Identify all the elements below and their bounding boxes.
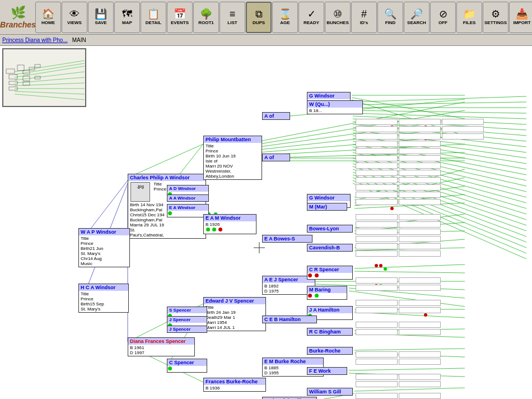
ancestor-row-22[interactable] [356,307,441,313]
off-button[interactable]: ⊘ OFF [430,2,456,33]
filename-link[interactable]: Princess Diana with Pho... [2,37,68,43]
burke-roche-card[interactable]: Burke-Roche [307,347,353,355]
hca-windsor-card[interactable]: H C A Windsor Title Prince Birth15 Sep S… [78,284,129,313]
ancestor-row-17[interactable] [356,243,441,249]
svg-line-40 [349,368,465,370]
ea-windsor-card[interactable]: E A Windsor [167,204,209,217]
ancestor-box [399,141,441,147]
aa-windsor-card[interactable]: A A Windsor [167,194,209,202]
ancestor-row-8[interactable] [356,170,441,176]
map-button[interactable]: 🗺 MAP [114,2,140,33]
ids-button[interactable]: # ID's [351,2,377,33]
philip-card[interactable]: Philip Mountbatten Title Prince Birth 10… [203,136,262,180]
j-spencer2-card[interactable]: J Spencer [167,326,207,333]
ancestor-row-6[interactable] [356,155,441,161]
find-button[interactable]: 🔍 FIND [377,2,403,33]
ancestor-row-15[interactable] [356,229,441,235]
list-icon: ≡ [230,9,236,19]
age-icon: ⌛ [279,9,291,19]
events-button[interactable]: 📅 EVENTS [167,2,193,33]
bowes-lyon-card[interactable]: Bowes-Lyon [307,225,353,233]
cr-spencer-card[interactable]: C R Spencer [307,266,353,280]
ancestor-row-3[interactable] [356,133,484,140]
ancestor-box [399,300,441,306]
ancestor-box [356,285,398,291]
ancestor-box [399,148,441,154]
svg-line-104 [15,77,85,83]
ready-button[interactable]: ✓ READY [298,2,324,33]
ancestor-box [356,214,398,220]
bunches-button[interactable]: ⑩ BUNCHES [325,2,351,33]
root1-icon: 🌳 [200,9,212,19]
age-button[interactable]: ⌛ AGE [272,2,298,33]
ancestor-row-2[interactable] [356,126,484,132]
import-button[interactable]: 📥 IMPORT [509,2,532,33]
ancestor-row-27[interactable] [356,374,441,380]
home-button[interactable]: 🏠 HOME [35,2,61,33]
minimap[interactable] [2,48,86,107]
edward-spencer-card[interactable]: Edward J V Spencer Title Birth 24 Jan 19… [203,297,266,331]
root1-button[interactable]: 🌳 ROOT1 [193,2,219,33]
ancestor-row-20[interactable] [356,285,441,291]
ancestor-row-23[interactable] [356,322,441,328]
rc-bingham-card[interactable]: R C Bingham [307,328,353,336]
eam-windsor-card[interactable]: E A M Windsor B 1926 [203,214,256,234]
ancestor-row-21[interactable] [356,300,441,306]
cavendish-card[interactable]: Cavendish-B [307,244,353,252]
ancestor-box [356,192,398,198]
ancestor-row-16[interactable] [356,236,441,242]
ancestor-box [356,199,398,205]
m-mar-card[interactable]: M (Mar) [307,203,347,211]
ea-bowes-card[interactable]: E A Bowes-S [262,235,312,243]
m-baring-card[interactable]: M Baring [307,286,347,300]
a-of-top-card[interactable]: A of [262,112,290,120]
ruth-gill-card[interactable]: Ruth Sylvia Gill [262,397,317,399]
ancestor-row-10[interactable] [356,184,441,191]
save-button[interactable]: 💾 SAVE [88,2,114,33]
ceb-hamilton-card[interactable]: C E B Hamilton [262,316,317,323]
views-icon: 👁 [69,9,80,19]
ancestor-row-25[interactable] [356,351,441,358]
search-button[interactable]: 🔎 SEARCH [404,2,430,33]
ancestor-row-1[interactable] [356,119,484,125]
views-button[interactable]: 👁 VIEWS [62,2,87,33]
ancestor-box [356,307,398,313]
ancestor-box [399,192,441,198]
svg-line-100 [15,61,85,72]
a-of-mid-card[interactable]: A of [262,154,290,161]
ancestor-row-5[interactable] [356,148,441,154]
w-qu-card[interactable]: W (Qu...) B 18... [307,100,363,114]
c-spencer-card[interactable]: C Spencer [167,359,207,373]
ancestor-row-29[interactable] [356,393,441,399]
settings-button[interactable]: ⚙ SETTINGS [483,2,508,33]
svg-line-52 [353,113,526,119]
ancestor-row-19[interactable] [356,277,441,284]
ancestor-row-12[interactable] [356,199,441,205]
list-button[interactable]: ≡ LIST [220,2,245,33]
ancestor-row-13[interactable] [356,214,441,220]
ancestor-row-18[interactable] [356,250,441,257]
ancestor-row-26[interactable] [356,359,441,365]
fe-work-card[interactable]: F E Work [307,367,347,375]
home-icon: 🏠 [42,9,54,19]
diana-card[interactable]: Diana Frances Spencer B 1961 D 1997 [128,337,195,356]
dups-button[interactable]: ⧉ DUPS [246,2,272,33]
ancestor-row-9[interactable] [356,177,441,183]
main-canvas[interactable]: Charles Philip A Windsor .jpg Title Prin… [0,46,532,399]
ancestor-row-7[interactable] [356,163,441,169]
wap-windsor-card[interactable]: W A P Windsor Title Prince Birth21 Jun S… [78,228,130,267]
ancestor-row-28[interactable] [356,381,441,387]
green-dot [168,366,172,370]
files-button[interactable]: 📁 FILES [456,2,482,33]
frances-burke-roche-card[interactable]: Frances Burke-Roche B 1936 [203,378,266,392]
ancestor-row-4[interactable] [356,141,441,147]
svg-line-42 [354,388,465,391]
ancestor-box [399,322,441,328]
ancestor-row-14[interactable] [356,221,441,228]
william-gill-card[interactable]: William S Gill [307,388,353,396]
ancestor-row-11[interactable] [356,192,441,198]
save-icon: 💾 [95,9,107,19]
ancestor-box [356,381,398,387]
ancestor-row-24[interactable] [356,329,441,335]
detail-button[interactable]: 📋 DETAIL [141,2,166,33]
